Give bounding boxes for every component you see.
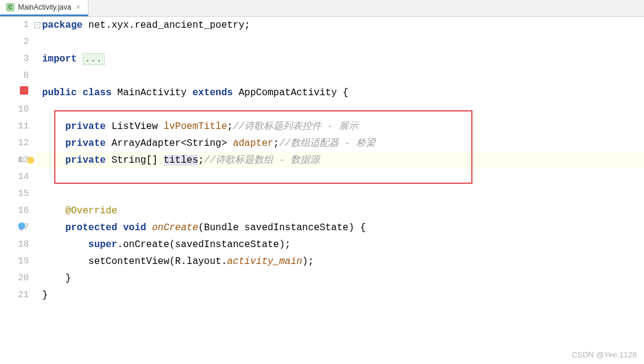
- line-number: 11: [18, 121, 29, 131]
- code-line: [42, 101, 644, 118]
- code-line: import ...: [42, 51, 644, 67]
- code-line: package net.xyx.read_ancient_poetry;: [42, 17, 644, 34]
- close-icon[interactable]: ×: [75, 3, 81, 11]
- code-line: super.onCreate(savedInstanceState);: [42, 236, 644, 253]
- line-number: 20: [18, 273, 29, 283]
- line-gutter: 1 2 3 8 9 10 11 12 R⤴13 14 15 16 17 18 1…: [0, 17, 36, 364]
- editor-tabs: C MainActivity.java ×: [0, 0, 644, 17]
- code-line: setContentView(R.layout.activity_main);: [42, 253, 644, 270]
- code-line: [42, 67, 644, 84]
- code-editor[interactable]: 1 2 3 8 9 10 11 12 R⤴13 14 15 16 17 18 1…: [0, 17, 644, 364]
- code-line: [42, 186, 644, 202]
- code-line: private ListView lvPoemTitle;//诗歌标题列表控件 …: [42, 118, 644, 135]
- code-line: [42, 169, 644, 186]
- code-line: public class MainActivity extends AppCom…: [42, 84, 644, 101]
- override-icon[interactable]: [18, 222, 25, 230]
- line-number: 14: [18, 172, 29, 182]
- line-number: 19: [18, 256, 29, 266]
- line-number: 3: [23, 54, 29, 64]
- tab-label: MainActivity.java: [18, 3, 71, 11]
- line-number: 15: [18, 189, 29, 199]
- code-line: }: [42, 270, 644, 287]
- code-line: @Override: [42, 202, 644, 219]
- folded-imports[interactable]: ...: [82, 53, 105, 65]
- intention-bulb-icon[interactable]: [27, 157, 34, 164]
- tab-mainactivity[interactable]: C MainActivity.java ×: [0, 0, 88, 16]
- code-line: protected void onCreate(Bundle savedInst…: [42, 219, 644, 236]
- code-line: [42, 34, 644, 51]
- line-number: 18: [18, 239, 29, 249]
- line-number: 21: [18, 290, 29, 300]
- line-number: 12: [18, 138, 29, 148]
- code-line: }: [42, 287, 644, 304]
- line-number: 16: [18, 206, 29, 216]
- line-number: 10: [18, 104, 29, 115]
- line-number: 2: [23, 37, 29, 47]
- fold-icon[interactable]: [34, 22, 40, 28]
- run-gutter-icon[interactable]: [20, 86, 28, 95]
- code-line: private ArrayAdapter<String> adapter;//数…: [42, 135, 644, 152]
- java-file-icon: C: [6, 3, 14, 11]
- code-line: private String[] titles;//诗歌标题数组 - 数据源: [42, 152, 644, 169]
- code-area[interactable]: package net.xyx.read_ancient_poetry; imp…: [36, 17, 644, 364]
- rename-icon[interactable]: R⤴: [18, 157, 25, 164]
- line-number: 8: [23, 71, 29, 81]
- line-number: 1: [23, 20, 29, 30]
- watermark: CSDN @Yee.1128: [572, 350, 637, 359]
